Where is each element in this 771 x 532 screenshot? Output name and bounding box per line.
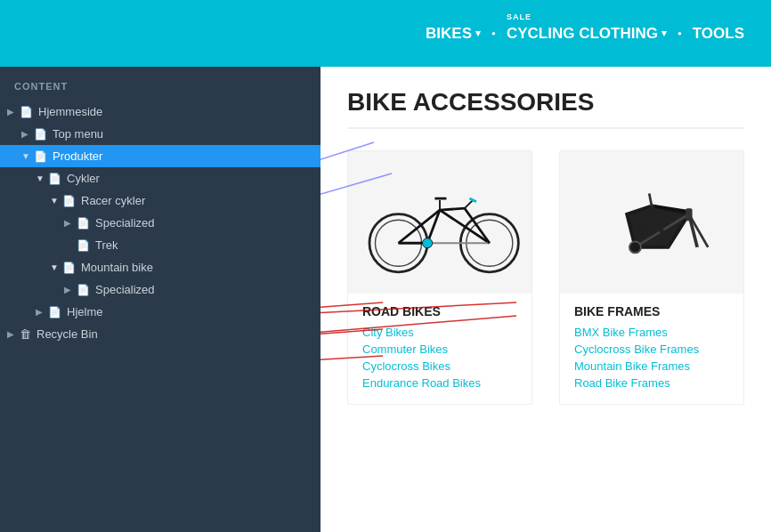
sidebar-item-specialized-1[interactable]: ▶ 📄 Specialized — [0, 212, 321, 234]
nav-cycling-clothing[interactable]: SALE CYCLING CLOTHING ▾ — [507, 25, 667, 43]
expand-arrow-icon: ▼ — [50, 196, 62, 206]
sidebar-item-label: Recycle Bin — [37, 327, 98, 341]
product-card-road-bikes: ROAD BIKES City Bikes Commuter Bikes Cyc… — [347, 150, 532, 405]
main-nav: BIKES ▾ ● SALE CYCLING CLOTHING ▾ ● TOOL… — [426, 25, 744, 43]
bike-frame-svg — [569, 165, 734, 280]
expand-arrow-icon: ▼ — [21, 151, 34, 161]
sidebar-item-trek[interactable]: ▶ 📄 Trek — [0, 234, 321, 256]
road-bikes-image — [348, 151, 532, 294]
sidebar-item-label: Top menu — [53, 127, 103, 141]
chevron-down-icon: ▾ — [475, 28, 481, 39]
nav-tools-label: TOOLS — [693, 25, 744, 43]
road-bikes-link-1[interactable]: Commuter Bikes — [362, 343, 517, 356]
bike-frames-link-1[interactable]: Cyclocross Bike Frames — [574, 343, 729, 356]
sale-badge: SALE — [507, 12, 532, 21]
content-area: BIKE ACCESSORIES — [321, 67, 771, 532]
doc-icon: 📄 — [48, 306, 61, 318]
sidebar-item-label: Mountain bike — [81, 261, 153, 274]
expand-arrow-icon: ▶ — [7, 107, 20, 117]
sidebar-section-label: CONTENT — [0, 81, 321, 101]
nav-bikes[interactable]: BIKES ▾ — [426, 25, 481, 43]
road-bikes-link-0[interactable]: City Bikes — [362, 326, 517, 339]
sidebar-item-mountain-bike[interactable]: ▼ 📄 Mountain bike — [0, 256, 321, 278]
doc-icon: 📄 — [77, 217, 90, 230]
nav-cycling-clothing-label: CYCLING CLOTHING — [507, 25, 658, 43]
expand-arrow-icon: ▶ — [64, 285, 77, 294]
sidebar-item-produkter[interactable]: ▼ 📄 Produkter — [0, 145, 321, 167]
sidebar-item-racer-cykler[interactable]: ▼ 📄 Racer cykler — [0, 189, 321, 212]
doc-icon: 📄 — [34, 128, 47, 141]
svg-point-15 — [422, 238, 432, 248]
sidebar-item-label: Trek — [95, 238, 118, 252]
trash-icon: 🗑 — [20, 327, 31, 341]
expand-arrow-icon: ▶ — [36, 307, 48, 317]
svg-point-24 — [629, 241, 641, 253]
sidebar-item-specialized-2[interactable]: ▶ 📄 Specialized — [0, 278, 321, 301]
bike-frames-link-3[interactable]: Road Bike Frames — [574, 376, 729, 390]
road-bikes-info: ROAD BIKES City Bikes Commuter Bikes Cyc… — [348, 294, 532, 404]
doc-icon: 📄 — [34, 150, 47, 163]
sidebar-item-top-menu[interactable]: ▶ 📄 Top menu — [0, 123, 321, 145]
bike-frames-info: BIKE FRAMES BMX Bike Frames Cyclocross B… — [560, 294, 743, 404]
bike-frames-link-0[interactable]: BMX Bike Frames — [574, 326, 729, 339]
product-card-bike-frames: BIKE FRAMES BMX Bike Frames Cyclocross B… — [559, 150, 744, 405]
sidebar-item-label: Hjemmeside — [38, 105, 102, 118]
sidebar-item-label: Produkter — [53, 149, 102, 163]
bike-frames-link-2[interactable]: Mountain Bike Frames — [574, 359, 729, 373]
doc-icon: 📄 — [20, 106, 33, 118]
road-bikes-link-2[interactable]: Cyclocross Bikes — [362, 359, 517, 373]
bike-frames-category: BIKE FRAMES — [574, 304, 729, 318]
sidebar-item-label: Specialized — [95, 283, 155, 296]
expand-arrow-icon: ▶ — [64, 218, 77, 228]
nav-dot-2: ● — [678, 29, 682, 37]
page-title: BIKE ACCESSORIES — [347, 88, 744, 129]
expand-arrow-icon: ▼ — [50, 262, 62, 272]
sidebar-item-recycle-bin[interactable]: ▶ 🗑 Recycle Bin — [0, 323, 321, 345]
svg-line-9 — [440, 208, 465, 210]
products-grid: ROAD BIKES City Bikes Commuter Bikes Cyc… — [347, 150, 744, 405]
svg-rect-25 — [686, 208, 692, 221]
nav-bikes-label: BIKES — [426, 25, 472, 43]
header: BIKES ▾ ● SALE CYCLING CLOTHING ▾ ● TOOL… — [0, 0, 771, 67]
sidebar-item-hjemmeside[interactable]: ▶ 📄 Hjemmeside — [0, 101, 321, 123]
road-bike-svg — [357, 165, 523, 280]
sidebar-item-label: Cykler — [67, 172, 100, 185]
road-bikes-link-3[interactable]: Endurance Road Bikes — [362, 376, 517, 390]
nav-dot-1: ● — [491, 29, 496, 37]
doc-icon: 📄 — [48, 173, 61, 185]
expand-arrow-icon: ▶ — [21, 129, 34, 139]
sidebar-item-label: Specialized — [95, 216, 155, 230]
sidebar-item-cykler[interactable]: ▼ 📄 Cykler — [0, 167, 321, 189]
road-bikes-category: ROAD BIKES — [362, 304, 517, 318]
doc-icon: 📄 — [62, 195, 76, 207]
sidebar-item-label: Hjelme — [67, 305, 102, 318]
bike-frames-image — [560, 151, 743, 294]
sidebar-item-hjelme[interactable]: ▶ 📄 Hjelme — [0, 301, 321, 323]
chevron-down-icon-2: ▾ — [661, 28, 667, 39]
sidebar-item-label: Racer cykler — [81, 194, 145, 207]
doc-icon: 📄 — [77, 284, 90, 296]
svg-line-26 — [649, 193, 652, 206]
doc-icon: 📄 — [77, 239, 90, 252]
doc-icon: 📄 — [62, 262, 76, 274]
sidebar: CONTENT ▶ 📄 Hjemmeside ▶ 📄 Top menu ▼ 📄 … — [0, 67, 321, 532]
nav-tools[interactable]: TOOLS — [693, 25, 744, 43]
main-layout: CONTENT ▶ 📄 Hjemmeside ▶ 📄 Top menu ▼ 📄 … — [0, 67, 771, 532]
expand-arrow-icon: ▼ — [36, 173, 48, 183]
svg-line-11 — [465, 200, 473, 208]
expand-arrow-icon: ▶ — [7, 329, 20, 339]
